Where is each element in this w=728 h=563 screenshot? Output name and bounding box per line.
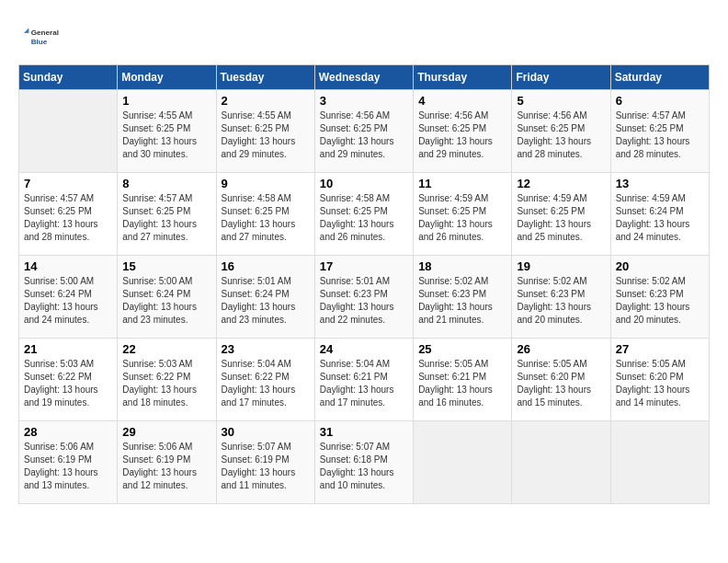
calendar-cell: 20Sunrise: 5:02 AM Sunset: 6:23 PM Dayli…	[610, 256, 709, 339]
day-number: 17	[320, 259, 408, 273]
svg-text:General: General	[31, 29, 59, 37]
day-info: Sunrise: 4:57 AM Sunset: 6:25 PM Dayligh…	[122, 192, 210, 244]
week-row-5: 28Sunrise: 5:06 AM Sunset: 6:19 PM Dayli…	[19, 421, 710, 504]
day-header-thursday: Thursday	[414, 65, 512, 90]
calendar-cell: 26Sunrise: 5:05 AM Sunset: 6:20 PM Dayli…	[512, 339, 610, 421]
calendar-cell	[414, 421, 512, 504]
day-header-wednesday: Wednesday	[314, 65, 413, 90]
day-info: Sunrise: 4:57 AM Sunset: 6:25 PM Dayligh…	[24, 192, 112, 244]
week-row-1: 1Sunrise: 4:55 AM Sunset: 6:25 PM Daylig…	[19, 90, 710, 173]
day-header-tuesday: Tuesday	[216, 65, 314, 90]
day-number: 27	[616, 342, 704, 356]
day-number: 21	[24, 342, 112, 356]
logo-svg: General Blue	[18, 18, 64, 55]
day-header-friday: Friday	[512, 65, 610, 90]
day-info: Sunrise: 4:55 AM Sunset: 6:25 PM Dayligh…	[122, 109, 210, 161]
day-number: 29	[122, 425, 210, 439]
day-info: Sunrise: 4:55 AM Sunset: 6:25 PM Dayligh…	[222, 109, 310, 161]
day-number: 1	[122, 94, 210, 108]
day-number: 25	[418, 342, 506, 356]
day-info: Sunrise: 5:02 AM Sunset: 6:23 PM Dayligh…	[418, 275, 506, 327]
day-number: 20	[616, 259, 704, 273]
calendar-cell: 29Sunrise: 5:06 AM Sunset: 6:19 PM Dayli…	[118, 421, 216, 504]
day-number: 5	[517, 94, 605, 108]
calendar-cell: 8Sunrise: 4:57 AM Sunset: 6:25 PM Daylig…	[118, 173, 216, 256]
day-number: 3	[320, 94, 408, 108]
day-info: Sunrise: 5:06 AM Sunset: 6:19 PM Dayligh…	[122, 441, 210, 492]
calendar-cell: 5Sunrise: 4:56 AM Sunset: 6:25 PM Daylig…	[512, 90, 610, 173]
week-row-2: 7Sunrise: 4:57 AM Sunset: 6:25 PM Daylig…	[19, 173, 710, 256]
day-info: Sunrise: 4:59 AM Sunset: 6:24 PM Dayligh…	[616, 192, 704, 244]
day-number: 23	[222, 342, 310, 356]
day-number: 16	[222, 259, 310, 273]
day-info: Sunrise: 5:04 AM Sunset: 6:22 PM Dayligh…	[222, 358, 310, 409]
day-number: 12	[517, 177, 605, 190]
calendar-cell: 23Sunrise: 5:04 AM Sunset: 6:22 PM Dayli…	[216, 339, 314, 421]
calendar-cell: 24Sunrise: 5:04 AM Sunset: 6:21 PM Dayli…	[314, 339, 413, 421]
day-info: Sunrise: 5:05 AM Sunset: 6:20 PM Dayligh…	[616, 358, 704, 409]
day-info: Sunrise: 5:05 AM Sunset: 6:20 PM Dayligh…	[517, 358, 605, 409]
calendar-cell: 25Sunrise: 5:05 AM Sunset: 6:21 PM Dayli…	[414, 339, 512, 421]
logo: General Blue	[18, 18, 64, 55]
day-number: 14	[24, 259, 112, 273]
day-info: Sunrise: 5:07 AM Sunset: 6:19 PM Dayligh…	[222, 441, 310, 492]
day-info: Sunrise: 4:57 AM Sunset: 6:25 PM Dayligh…	[616, 109, 704, 161]
calendar-cell	[512, 421, 610, 504]
calendar-cell: 4Sunrise: 4:56 AM Sunset: 6:25 PM Daylig…	[414, 90, 512, 173]
day-number: 15	[122, 259, 210, 273]
calendar-cell	[19, 90, 118, 173]
calendar-cell: 10Sunrise: 4:58 AM Sunset: 6:25 PM Dayli…	[314, 173, 413, 256]
calendar-cell: 22Sunrise: 5:03 AM Sunset: 6:22 PM Dayli…	[118, 339, 216, 421]
day-info: Sunrise: 5:07 AM Sunset: 6:18 PM Dayligh…	[320, 441, 408, 492]
calendar-cell: 1Sunrise: 4:55 AM Sunset: 6:25 PM Daylig…	[118, 90, 216, 173]
day-info: Sunrise: 5:00 AM Sunset: 6:24 PM Dayligh…	[24, 275, 112, 327]
day-info: Sunrise: 5:02 AM Sunset: 6:23 PM Dayligh…	[616, 275, 704, 327]
svg-text:Blue: Blue	[31, 38, 48, 46]
week-row-3: 14Sunrise: 5:00 AM Sunset: 6:24 PM Dayli…	[19, 256, 710, 339]
day-info: Sunrise: 5:02 AM Sunset: 6:23 PM Dayligh…	[517, 275, 605, 327]
day-info: Sunrise: 5:03 AM Sunset: 6:22 PM Dayligh…	[24, 358, 112, 409]
header: General Blue	[18, 18, 710, 55]
day-number: 11	[418, 177, 506, 190]
day-info: Sunrise: 4:58 AM Sunset: 6:25 PM Dayligh…	[222, 192, 310, 244]
day-number: 30	[222, 425, 310, 439]
day-number: 13	[616, 177, 704, 190]
day-info: Sunrise: 5:03 AM Sunset: 6:22 PM Dayligh…	[122, 358, 210, 409]
svg-marker-3	[24, 29, 28, 33]
calendar-cell: 2Sunrise: 4:55 AM Sunset: 6:25 PM Daylig…	[216, 90, 314, 173]
day-header-monday: Monday	[118, 65, 216, 90]
calendar-cell: 12Sunrise: 4:59 AM Sunset: 6:25 PM Dayli…	[512, 173, 610, 256]
calendar-cell: 13Sunrise: 4:59 AM Sunset: 6:24 PM Dayli…	[610, 173, 709, 256]
day-info: Sunrise: 5:00 AM Sunset: 6:24 PM Dayligh…	[122, 275, 210, 327]
day-number: 10	[320, 177, 408, 190]
day-number: 26	[517, 342, 605, 356]
calendar-cell: 28Sunrise: 5:06 AM Sunset: 6:19 PM Dayli…	[19, 421, 118, 504]
day-number: 7	[24, 177, 112, 190]
calendar-cell: 6Sunrise: 4:57 AM Sunset: 6:25 PM Daylig…	[610, 90, 709, 173]
day-number: 19	[517, 259, 605, 273]
calendar-cell: 30Sunrise: 5:07 AM Sunset: 6:19 PM Dayli…	[216, 421, 314, 504]
calendar-cell: 11Sunrise: 4:59 AM Sunset: 6:25 PM Dayli…	[414, 173, 512, 256]
calendar-cell: 21Sunrise: 5:03 AM Sunset: 6:22 PM Dayli…	[19, 339, 118, 421]
calendar-cell: 16Sunrise: 5:01 AM Sunset: 6:24 PM Dayli…	[216, 256, 314, 339]
week-row-4: 21Sunrise: 5:03 AM Sunset: 6:22 PM Dayli…	[19, 339, 710, 421]
day-info: Sunrise: 5:01 AM Sunset: 6:23 PM Dayligh…	[320, 275, 408, 327]
calendar-cell: 7Sunrise: 4:57 AM Sunset: 6:25 PM Daylig…	[19, 173, 118, 256]
day-number: 6	[616, 94, 704, 108]
day-number: 28	[24, 425, 112, 439]
day-info: Sunrise: 4:56 AM Sunset: 6:25 PM Dayligh…	[517, 109, 605, 161]
calendar-cell: 15Sunrise: 5:00 AM Sunset: 6:24 PM Dayli…	[118, 256, 216, 339]
day-info: Sunrise: 4:56 AM Sunset: 6:25 PM Dayligh…	[418, 109, 506, 161]
calendar-cell	[610, 421, 709, 504]
day-info: Sunrise: 4:59 AM Sunset: 6:25 PM Dayligh…	[517, 192, 605, 244]
day-number: 31	[320, 425, 408, 439]
day-info: Sunrise: 5:04 AM Sunset: 6:21 PM Dayligh…	[320, 358, 408, 409]
day-info: Sunrise: 4:58 AM Sunset: 6:25 PM Dayligh…	[320, 192, 408, 244]
day-info: Sunrise: 4:59 AM Sunset: 6:25 PM Dayligh…	[418, 192, 506, 244]
day-number: 24	[320, 342, 408, 356]
day-info: Sunrise: 5:01 AM Sunset: 6:24 PM Dayligh…	[222, 275, 310, 327]
calendar-cell: 19Sunrise: 5:02 AM Sunset: 6:23 PM Dayli…	[512, 256, 610, 339]
day-number: 4	[418, 94, 506, 108]
day-number: 18	[418, 259, 506, 273]
calendar-cell: 14Sunrise: 5:00 AM Sunset: 6:24 PM Dayli…	[19, 256, 118, 339]
